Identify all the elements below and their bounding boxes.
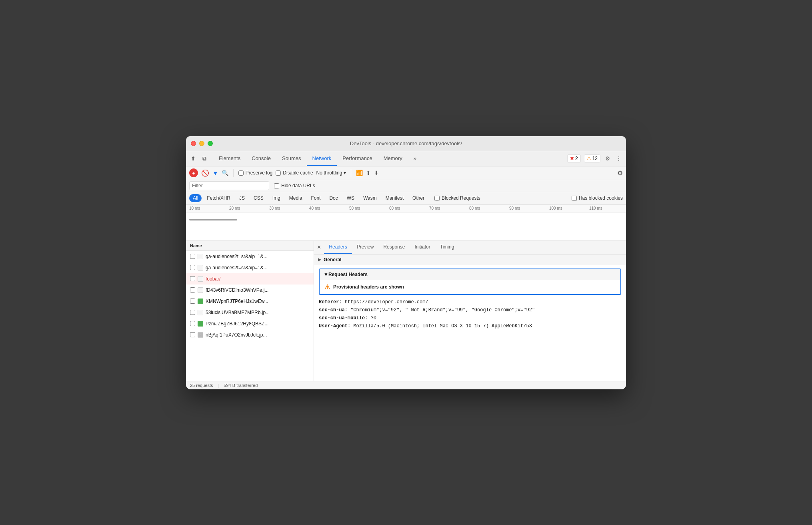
request-item-foobar[interactable]: foobar/: [186, 273, 314, 285]
request-item[interactable]: 53luclsjUVBaBME7MPRb.jp...: [186, 307, 314, 318]
filter-wasm[interactable]: Wasm: [360, 194, 380, 202]
header-row-sec-ch-ua-mobile: sec-ch-ua-mobile: ?0: [314, 314, 626, 322]
record-button[interactable]: ●: [189, 168, 198, 177]
maximize-button[interactable]: [208, 141, 213, 146]
warning-icon: ⚠: [587, 156, 591, 161]
filter-all[interactable]: All: [189, 194, 202, 202]
has-blocked-cookies-checkbox[interactable]: [572, 196, 577, 201]
tab-performance[interactable]: Performance: [337, 151, 378, 166]
request-item[interactable]: ga-audiences?t=sr&aip=1&...: [186, 251, 314, 262]
tab-network[interactable]: Network: [307, 151, 337, 166]
hide-data-urls-checkbox[interactable]: [274, 183, 279, 188]
request-type-icon: [198, 310, 203, 315]
clear-button[interactable]: 🚫: [201, 169, 209, 177]
disable-cache-checkbox-label[interactable]: Disable cache: [276, 170, 313, 176]
timeline-section: 10 ms 20 ms 30 ms 40 ms 50 ms 60 ms 70 m…: [186, 205, 626, 241]
tab-more[interactable]: »: [408, 151, 422, 166]
request-item-checkbox[interactable]: [190, 254, 195, 259]
throttle-select[interactable]: No throttling ▾: [316, 170, 346, 176]
devtools-right-icons: ✖ 2 ⚠ 12 ⚙ ⋮: [567, 154, 623, 162]
request-item-checkbox[interactable]: [190, 321, 195, 326]
detail-tab-response[interactable]: Response: [378, 241, 410, 254]
tab-elements[interactable]: Elements: [213, 151, 246, 166]
detail-tab-preview[interactable]: Preview: [352, 241, 379, 254]
devtools-tab-bar: ⬆ ⧉ Elements Console Sources Network Per…: [186, 151, 626, 166]
detail-tab-headers[interactable]: Headers: [324, 241, 352, 254]
timeline-labels: 10 ms 20 ms 30 ms 40 ms 50 ms 60 ms 70 m…: [186, 205, 626, 213]
request-item-checkbox[interactable]: [190, 265, 195, 270]
more-options-icon[interactable]: ⋮: [615, 154, 623, 162]
timeline-label-20: 20 ms: [226, 205, 266, 212]
upload-icon[interactable]: ⬆: [366, 170, 371, 176]
details-panel: × Headers Preview Response Initiator Tim…: [314, 241, 626, 381]
filter-other[interactable]: Other: [409, 194, 428, 202]
request-headers-toggle-icon: ▼: [324, 272, 328, 277]
request-item[interactable]: ga-audiences?t=sr&aip=1&...: [186, 262, 314, 273]
error-count-badge[interactable]: ✖ 2: [567, 154, 581, 162]
timeline-label-110: 110 ms: [586, 205, 626, 212]
request-item-checkbox[interactable]: [190, 310, 195, 315]
wifi-icon[interactable]: 📶: [356, 170, 363, 176]
request-item-checkbox[interactable]: [190, 332, 195, 337]
minimize-button[interactable]: [199, 141, 204, 146]
tab-memory[interactable]: Memory: [378, 151, 408, 166]
filter-js[interactable]: JS: [236, 194, 248, 202]
filter-img[interactable]: Img: [269, 194, 284, 202]
settings-gear-icon[interactable]: ⚙: [604, 154, 612, 162]
preserve-log-checkbox-label[interactable]: Preserve log: [238, 170, 272, 176]
request-item-checkbox[interactable]: [190, 299, 195, 304]
filter-ws[interactable]: WS: [343, 194, 358, 202]
request-item[interactable]: PzmJZBgZBJ612Hy8QBSZ...: [186, 318, 314, 329]
request-headers-section: ▼ Request Headers ⚠ Provisional headers …: [319, 269, 621, 295]
filter-manifest[interactable]: Manifest: [382, 194, 407, 202]
header-row-sec-ch-ua: sec-ch-ua: "Chromium";v="92", " Not A;Br…: [314, 306, 626, 314]
devtools-window: DevTools - developer.chrome.com/tags/dev…: [186, 136, 626, 389]
blocked-requests-label[interactable]: Blocked Requests: [434, 195, 480, 201]
search-icon[interactable]: 🔍: [222, 170, 228, 176]
close-button[interactable]: [191, 141, 196, 146]
filter-doc[interactable]: Doc: [326, 194, 341, 202]
download-icon[interactable]: ⬇: [374, 170, 379, 176]
request-item[interactable]: fD43v6RiVCDlmo3WhVPe.j...: [186, 285, 314, 296]
filter-font[interactable]: Font: [307, 194, 324, 202]
title-bar: DevTools - developer.chrome.com/tags/dev…: [186, 136, 626, 151]
request-item-checkbox[interactable]: [190, 287, 195, 293]
tab-console[interactable]: Console: [246, 151, 276, 166]
general-section-header[interactable]: ▶ General: [314, 254, 626, 265]
hide-data-urls-label[interactable]: Hide data URLs: [274, 183, 315, 188]
request-item-name: foobar/: [206, 276, 310, 282]
header-value-sec-ch-ua-mobile: ?0: [371, 315, 376, 321]
request-item[interactable]: - nBjAqf1PuX7O2nvJbJck.jp...: [186, 329, 314, 341]
detail-tab-timing[interactable]: Timing: [435, 241, 459, 254]
disable-cache-checkbox[interactable]: [276, 170, 281, 176]
header-row-referer: Referer: https://developer.chrome.com/: [314, 298, 626, 306]
filter-css[interactable]: CSS: [250, 194, 267, 202]
request-list: Name ga-audiences?t=sr&aip=1&... ga-audi…: [186, 241, 314, 381]
request-item-name: nBjAqf1PuX7O2nvJbJck.jp...: [206, 332, 310, 338]
preserve-log-checkbox[interactable]: [238, 170, 244, 176]
filter-input[interactable]: [192, 183, 266, 188]
throttle-dropdown-icon: ▾: [344, 170, 346, 176]
device-toolbar-icon[interactable]: ⧉: [200, 154, 208, 162]
request-item[interactable]: KMNWpnRJTP6eHJs1wEw...: [186, 296, 314, 307]
timeline-label-60: 60 ms: [386, 205, 426, 212]
filter-fetch-xhr[interactable]: Fetch/XHR: [203, 194, 234, 202]
close-panel-button[interactable]: ×: [317, 244, 321, 251]
request-item-checkbox[interactable]: [190, 276, 195, 281]
filter-icon[interactable]: ▼: [212, 170, 218, 176]
has-blocked-cookies-label[interactable]: Has blocked cookies: [572, 195, 623, 201]
header-value-sec-ch-ua: "Chromium";v="92", " Not A;Brand";v="99"…: [350, 307, 535, 313]
timeline-label-90: 90 ms: [506, 205, 546, 212]
request-headers-title[interactable]: ▼ Request Headers: [320, 269, 620, 280]
transferred-amount: 594 B transferred: [224, 383, 258, 388]
details-content[interactable]: ▶ General ▼ Request Headers ⚠ Provisiona…: [314, 254, 626, 381]
blocked-requests-checkbox[interactable]: [434, 196, 440, 201]
detail-tab-initiator[interactable]: Initiator: [410, 241, 435, 254]
cursor-icon[interactable]: ⬆: [189, 154, 197, 162]
timeline-label-100: 100 ms: [546, 205, 586, 212]
request-item-name: PzmJZBgZBJ612Hy8QBSZ...: [206, 321, 310, 327]
filter-media[interactable]: Media: [286, 194, 306, 202]
tab-sources[interactable]: Sources: [276, 151, 307, 166]
warning-count-badge[interactable]: ⚠ 12: [584, 154, 600, 162]
network-settings-icon[interactable]: ⚙: [617, 169, 623, 177]
